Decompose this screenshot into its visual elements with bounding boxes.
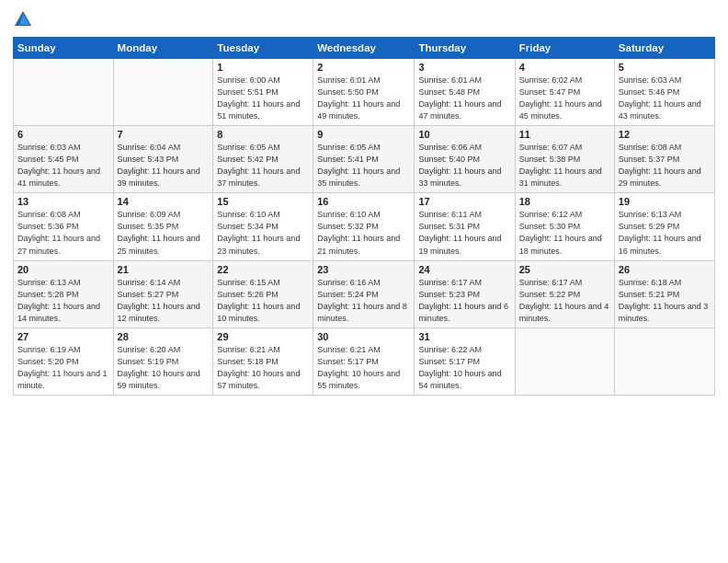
day-number: 23 <box>317 264 410 275</box>
day-number: 7 <box>118 129 210 140</box>
day-number: 22 <box>217 264 309 275</box>
calendar-week-row: 27Sunrise: 6:19 AMSunset: 5:20 PMDayligh… <box>14 327 715 395</box>
logo-icon <box>13 9 33 33</box>
calendar-cell: 29Sunrise: 6:21 AMSunset: 5:18 PMDayligh… <box>213 327 313 395</box>
day-info: Sunrise: 6:13 AMSunset: 5:29 PMDaylight:… <box>619 209 711 257</box>
calendar-cell: 6Sunrise: 6:03 AMSunset: 5:45 PMDaylight… <box>14 126 114 193</box>
calendar-cell <box>614 327 714 395</box>
day-info: Sunrise: 6:21 AMSunset: 5:17 PMDaylight:… <box>317 344 410 392</box>
day-number: 3 <box>418 62 510 73</box>
calendar-cell: 28Sunrise: 6:20 AMSunset: 5:19 PMDayligh… <box>113 327 213 395</box>
header <box>13 9 715 33</box>
calendar-cell: 22Sunrise: 6:15 AMSunset: 5:26 PMDayligh… <box>213 260 313 327</box>
day-info: Sunrise: 6:04 AMSunset: 5:43 PMDaylight:… <box>118 142 210 190</box>
day-info: Sunrise: 6:09 AMSunset: 5:35 PMDaylight:… <box>118 209 210 257</box>
calendar-cell <box>113 59 213 126</box>
day-number: 1 <box>217 62 309 73</box>
day-info: Sunrise: 6:05 AMSunset: 5:42 PMDaylight:… <box>217 142 309 190</box>
calendar-cell: 24Sunrise: 6:17 AMSunset: 5:23 PMDayligh… <box>415 260 515 327</box>
day-info: Sunrise: 6:17 AMSunset: 5:23 PMDaylight:… <box>418 277 510 325</box>
day-number: 30 <box>317 331 410 342</box>
calendar-cell: 16Sunrise: 6:10 AMSunset: 5:32 PMDayligh… <box>313 193 415 260</box>
day-number: 5 <box>619 62 711 73</box>
calendar-cell: 10Sunrise: 6:06 AMSunset: 5:40 PMDayligh… <box>415 126 515 193</box>
calendar-cell: 15Sunrise: 6:10 AMSunset: 5:34 PMDayligh… <box>213 193 313 260</box>
calendar-cell: 14Sunrise: 6:09 AMSunset: 5:35 PMDayligh… <box>113 193 213 260</box>
day-number: 15 <box>217 196 309 207</box>
calendar-cell: 7Sunrise: 6:04 AMSunset: 5:43 PMDaylight… <box>113 126 213 193</box>
day-number: 24 <box>418 264 510 275</box>
calendar-week-row: 20Sunrise: 6:13 AMSunset: 5:28 PMDayligh… <box>14 260 715 327</box>
day-info: Sunrise: 6:12 AMSunset: 5:30 PMDaylight:… <box>519 209 610 257</box>
calendar-cell <box>14 59 114 126</box>
calendar-header-row: SundayMondayTuesdayWednesdayThursdayFrid… <box>14 38 715 59</box>
weekday-header: Sunday <box>14 38 114 59</box>
day-number: 6 <box>17 129 109 140</box>
day-info: Sunrise: 6:08 AMSunset: 5:36 PMDaylight:… <box>17 209 109 257</box>
weekday-header: Wednesday <box>313 38 415 59</box>
day-number: 13 <box>17 196 109 207</box>
day-number: 25 <box>519 264 610 275</box>
calendar-cell: 13Sunrise: 6:08 AMSunset: 5:36 PMDayligh… <box>14 193 114 260</box>
day-info: Sunrise: 6:05 AMSunset: 5:41 PMDaylight:… <box>317 142 410 190</box>
calendar-table: SundayMondayTuesdayWednesdayThursdayFrid… <box>13 37 715 396</box>
calendar-cell: 21Sunrise: 6:14 AMSunset: 5:27 PMDayligh… <box>113 260 213 327</box>
calendar-cell: 11Sunrise: 6:07 AMSunset: 5:38 PMDayligh… <box>515 126 614 193</box>
calendar-cell: 17Sunrise: 6:11 AMSunset: 5:31 PMDayligh… <box>415 193 515 260</box>
calendar-cell: 1Sunrise: 6:00 AMSunset: 5:51 PMDaylight… <box>213 59 313 126</box>
day-number: 10 <box>418 129 510 140</box>
day-info: Sunrise: 6:17 AMSunset: 5:22 PMDaylight:… <box>519 277 610 325</box>
day-info: Sunrise: 6:00 AMSunset: 5:51 PMDaylight:… <box>217 75 309 122</box>
day-number: 17 <box>418 196 510 207</box>
day-info: Sunrise: 6:06 AMSunset: 5:40 PMDaylight:… <box>418 142 510 190</box>
page-container: SundayMondayTuesdayWednesdayThursdayFrid… <box>0 0 728 563</box>
day-number: 19 <box>619 196 711 207</box>
calendar-week-row: 1Sunrise: 6:00 AMSunset: 5:51 PMDaylight… <box>14 59 715 126</box>
day-number: 12 <box>619 129 711 140</box>
day-number: 18 <box>519 196 610 207</box>
calendar-cell <box>515 327 614 395</box>
day-info: Sunrise: 6:02 AMSunset: 5:47 PMDaylight:… <box>519 75 610 122</box>
calendar-cell: 23Sunrise: 6:16 AMSunset: 5:24 PMDayligh… <box>313 260 415 327</box>
day-number: 11 <box>519 129 610 140</box>
day-number: 29 <box>217 331 309 342</box>
day-info: Sunrise: 6:18 AMSunset: 5:21 PMDaylight:… <box>619 277 711 325</box>
day-info: Sunrise: 6:07 AMSunset: 5:38 PMDaylight:… <box>519 142 610 190</box>
calendar-cell: 19Sunrise: 6:13 AMSunset: 5:29 PMDayligh… <box>614 193 714 260</box>
day-number: 9 <box>317 129 410 140</box>
day-number: 26 <box>619 264 711 275</box>
day-info: Sunrise: 6:11 AMSunset: 5:31 PMDaylight:… <box>418 209 510 257</box>
day-info: Sunrise: 6:20 AMSunset: 5:19 PMDaylight:… <box>118 344 210 392</box>
day-number: 20 <box>17 264 109 275</box>
calendar-cell: 9Sunrise: 6:05 AMSunset: 5:41 PMDaylight… <box>313 126 415 193</box>
day-number: 16 <box>317 196 410 207</box>
calendar-cell: 30Sunrise: 6:21 AMSunset: 5:17 PMDayligh… <box>313 327 415 395</box>
day-info: Sunrise: 6:19 AMSunset: 5:20 PMDaylight:… <box>17 344 109 392</box>
calendar-cell: 20Sunrise: 6:13 AMSunset: 5:28 PMDayligh… <box>14 260 114 327</box>
weekday-header: Thursday <box>415 38 515 59</box>
calendar-cell: 3Sunrise: 6:01 AMSunset: 5:48 PMDaylight… <box>415 59 515 126</box>
day-number: 14 <box>118 196 210 207</box>
calendar-cell: 18Sunrise: 6:12 AMSunset: 5:30 PMDayligh… <box>515 193 614 260</box>
day-number: 4 <box>519 62 610 73</box>
day-info: Sunrise: 6:01 AMSunset: 5:48 PMDaylight:… <box>418 75 510 122</box>
day-number: 2 <box>317 62 410 73</box>
calendar-cell: 12Sunrise: 6:08 AMSunset: 5:37 PMDayligh… <box>614 126 714 193</box>
day-number: 27 <box>17 331 109 342</box>
day-info: Sunrise: 6:08 AMSunset: 5:37 PMDaylight:… <box>619 142 711 190</box>
day-number: 21 <box>118 264 210 275</box>
weekday-header: Friday <box>515 38 614 59</box>
calendar-cell: 25Sunrise: 6:17 AMSunset: 5:22 PMDayligh… <box>515 260 614 327</box>
calendar-cell: 4Sunrise: 6:02 AMSunset: 5:47 PMDaylight… <box>515 59 614 126</box>
day-info: Sunrise: 6:01 AMSunset: 5:50 PMDaylight:… <box>317 75 410 122</box>
day-info: Sunrise: 6:03 AMSunset: 5:46 PMDaylight:… <box>619 75 711 122</box>
day-number: 31 <box>418 331 510 342</box>
calendar-week-row: 13Sunrise: 6:08 AMSunset: 5:36 PMDayligh… <box>14 193 715 260</box>
weekday-header: Tuesday <box>213 38 313 59</box>
calendar-cell: 8Sunrise: 6:05 AMSunset: 5:42 PMDaylight… <box>213 126 313 193</box>
day-info: Sunrise: 6:10 AMSunset: 5:34 PMDaylight:… <box>217 209 309 257</box>
calendar-cell: 2Sunrise: 6:01 AMSunset: 5:50 PMDaylight… <box>313 59 415 126</box>
calendar-week-row: 6Sunrise: 6:03 AMSunset: 5:45 PMDaylight… <box>14 126 715 193</box>
day-info: Sunrise: 6:03 AMSunset: 5:45 PMDaylight:… <box>17 142 109 190</box>
day-info: Sunrise: 6:13 AMSunset: 5:28 PMDaylight:… <box>17 277 109 325</box>
